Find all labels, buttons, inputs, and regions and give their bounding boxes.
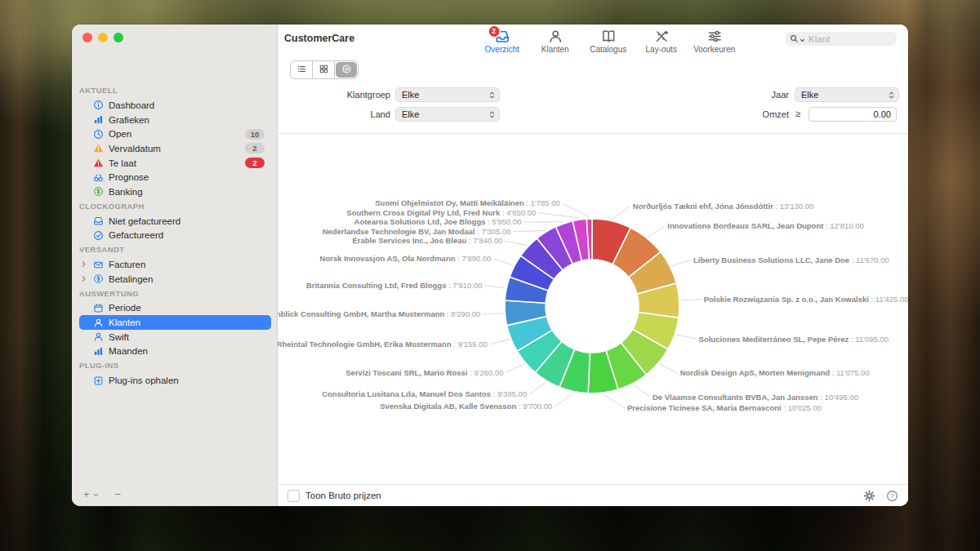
clock-icon [93,129,104,140]
chevron-right-icon[interactable] [80,275,87,282]
minimize-window-button[interactable] [98,33,108,42]
search-input[interactable] [805,34,893,44]
notification-badge: 2 [488,26,499,37]
count-badge: 2 [245,158,265,168]
sidebar-item-maanden[interactable]: Maanden [79,344,271,359]
toolbar-item-label: Lay-outs [646,45,677,54]
toolbar-item-lay-outs[interactable]: Lay-outs [640,29,683,54]
toolbar-item-klanten[interactable]: Klanten [534,29,577,54]
updown-chevron-icon [488,110,496,119]
segment-label: Southern Cross Digital Pty Ltd, Fred Nur… [346,208,536,217]
segment-label: Rheintal Technologie GmbH, Erika Musterm… [278,340,488,349]
updown-chevron-icon [488,91,496,100]
count-badge: 2 [245,143,265,153]
klantgroep-label: Klantgroep [292,87,390,102]
sidebar-item-label: Open [109,129,131,139]
sidebar-item-facturen[interactable]: Facturen [79,257,271,272]
segment-label: Soluciones Mediterráneo SL, Pepe Pérez :… [699,335,889,344]
tray-icon [93,216,104,226]
warning-icon [93,158,104,168]
toolbar-item-overzicht[interactable]: 2Overzicht [481,29,523,54]
updown-chevron-icon [888,91,895,100]
donut-view-button[interactable] [336,62,357,78]
chevron-down-icon[interactable] [799,32,805,47]
sidebar-item-swift[interactable]: Swift [79,330,271,344]
grid-icon [318,63,329,78]
sidebar-item-label: Te laat [109,158,136,168]
donut-chart-svg: Norðurljós Tækni ehf, Jóna Jónsdóttir : … [278,135,908,484]
sidebar-item-label: Betalingen [109,274,153,284]
sidebar-item-label: Banking [109,187,143,197]
inbox-icon: 2 [493,29,510,44]
gear-icon[interactable] [863,490,875,502]
sidebar-item-prognose[interactable]: Prognose [79,170,271,184]
sidebar-item-label: Grafieken [109,115,149,125]
sidebar-item-plug-ins-ophalen[interactable]: Plug-ins ophalen [79,373,271,388]
plus-square-icon [93,375,104,386]
sidebar-item-gefactureerd[interactable]: Gefactureerd [79,229,271,243]
sidebar-item-label: Vervaldatum [109,144,161,153]
help-icon[interactable]: ? [886,490,898,502]
sidebar-item-vervaldatum[interactable]: Vervaldatum2 [79,141,271,156]
label-leader-line [506,363,524,372]
toolbar-item-catalogus[interactable]: Catalogus [587,29,630,54]
sidebar-item-niet-gefactureerd[interactable]: Niet gefactureerd [79,214,271,229]
sidebar-item-dashboard[interactable]: Dashboard [79,98,271,113]
sidebar-item-label: Plug-ins ophalen [109,375,179,385]
label-leader-line [612,206,630,219]
app-window: AKTUELLDashboardGrafiekenOpen10Vervaldat… [72,24,908,506]
segment-label: Liberty Business Solutions LLC, Jane Doe… [693,256,889,264]
warning-icon [93,143,104,153]
land-select[interactable]: Elke [395,107,500,122]
bar-chart-icon [93,346,104,357]
sidebar-item-label: Gefactureerd [109,230,163,240]
zoom-window-button[interactable] [114,33,123,42]
label-leader-line [494,259,514,265]
segment-label: Érable Services Inc., Jos Bleau : 7'840.… [352,236,502,245]
sidebar-item-banking[interactable]: Banking [79,184,271,199]
count-badge: 10 [245,129,265,140]
label-leader-line [660,364,678,373]
sidebar-section-auswertung: AUSWERTUNG [72,287,277,301]
segment-label: De Vlaamse Consultants BVBA, Jan Janssen… [653,393,858,402]
label-leader-line [648,226,665,237]
sidebar-item-periode[interactable]: Periode [79,301,271,316]
add-button[interactable]: + [83,488,90,500]
segment-label: Innovations Bordeaux SARL, Jean Dupont :… [667,221,863,230]
search-field[interactable] [786,32,897,46]
close-window-button[interactable] [82,33,92,42]
label-leader-line [634,384,650,397]
klantgroep-value: Elke [402,90,419,100]
segment-label: Nederlandse Technologie BV, Jan Modaal :… [323,227,511,236]
sidebar-item-open[interactable]: Open10 [79,127,271,141]
sidebar-item-label: Dashboard [109,100,154,110]
person-icon [93,318,104,328]
chevron-down-icon[interactable] [93,488,99,500]
label-leader-line [483,313,503,314]
remove-button[interactable]: − [115,488,122,500]
envelope-icon [93,260,104,270]
jaar-select[interactable]: Elke [795,87,899,102]
omzet-input[interactable] [808,107,897,122]
sidebar-item-klanten[interactable]: Klanten [79,315,271,330]
sidebar-item-label: Periode [109,303,141,313]
land-label: Land [292,107,390,122]
toolbar-item-label: Voorkeuren [693,45,735,54]
toolbar-item-label: Catalogus [590,45,626,54]
grid-view-button[interactable] [313,61,335,78]
sidebar-item-betalingen[interactable]: Betalingen [79,272,271,287]
klantgroep-select[interactable]: Elke [395,87,500,102]
segment-label: Alpenblick Consulting GmbH, Martha Muste… [278,309,480,318]
gross-prices-checkbox[interactable] [287,490,300,502]
chevron-right-icon[interactable] [80,260,87,268]
bar-chart-icon [93,114,104,125]
list-view-button[interactable] [291,61,313,78]
label-leader-line [506,241,528,246]
svg-text:?: ? [890,492,894,500]
donut-chart-icon [341,63,352,78]
sidebar-item-te-laat[interactable]: Te laat2 [79,156,271,171]
revenue-donut-chart: Norðurljós Tækni ehf, Jóna Jónsdóttir : … [278,135,908,484]
sidebar-section-aktuell: AKTUELL [72,83,277,98]
toolbar-item-voorkeuren[interactable]: Voorkeuren [693,29,736,54]
sidebar-item-grafieken[interactable]: Grafieken [79,113,271,127]
